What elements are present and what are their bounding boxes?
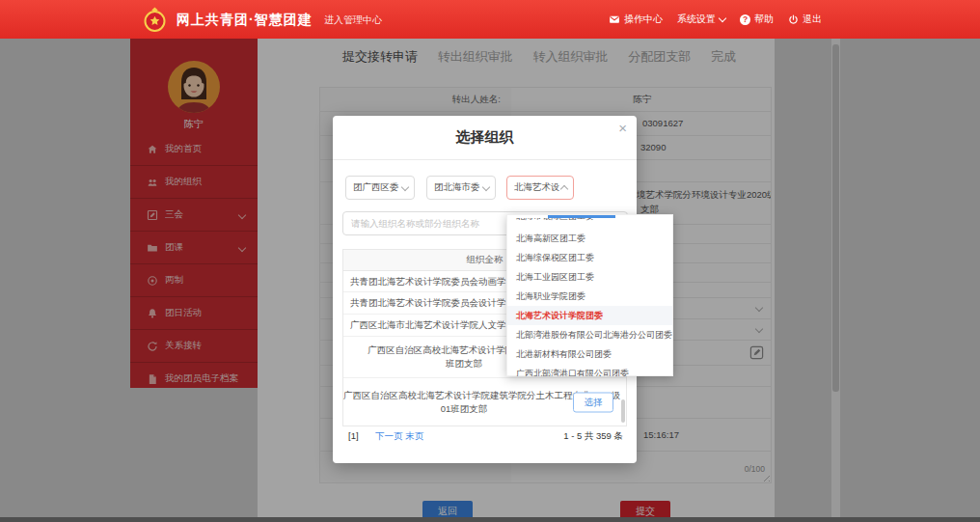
system-settings-label: 系统设置 [677,13,716,26]
org-name-line1: 广西区自治区高校北海艺术设计学院建筑学院分土木工程专业2018级 [343,389,585,402]
chevron-down-icon [401,182,409,190]
org-name: 共青团北海艺术设计学院委员会设计学 [350,297,506,310]
org-name: 广西区自治区高校北海艺术设计学院建筑学院分土木工程专业2018级 01班团支部 [343,389,585,416]
org-level2-value: 团北海市委 [434,181,480,194]
dropdown-item[interactable]: 北部湾港股份有限公司北海港分公司团委 [507,325,672,344]
dropdown-item[interactable]: 北海高新区团工委 [507,229,672,248]
operation-center-label: 操作中心 [624,13,663,26]
chevron-up-icon [560,185,568,193]
last-page-link[interactable]: 末页 [405,430,423,441]
org-level3-value: 北海艺术设计学院团委 [514,181,559,194]
dropdown-item[interactable]: 北港新材料有限公司团委 [507,344,672,364]
clipped-item-top: 北海市银海区团工委 [507,218,672,229]
org-name: 广西区北海市北海艺术设计学院人文学 [350,319,506,332]
chevron-down-icon [482,182,490,190]
org-name-line2: 01班团支部 [343,402,585,416]
org-level1-select[interactable]: 团广西区委 [345,176,415,200]
help-item[interactable]: ? 帮助 [740,13,774,26]
next-page-link[interactable]: 下一页 [375,430,403,441]
question-icon: ? [740,14,750,25]
org-level1-value: 团广西区委 [353,181,399,194]
chevron-down-icon [719,14,726,21]
clipped-item-bottom: 广西北部湾港口有限公司团委 [507,364,672,376]
next-last-page-links[interactable]: 下一页 末页 [375,430,423,443]
select-row-button[interactable]: 选择 [573,392,613,412]
dropdown-item-selected[interactable]: 北海艺术设计学院团委 [507,306,672,325]
divider [333,159,637,160]
dropdown-item[interactable]: 北海工业园区团工委 [507,267,672,287]
screen: 网上共青团·智慧团建 进入管理中心 操作中心 系统设置 ? 帮助 退出 [0,0,980,522]
league-logo-icon [142,7,168,33]
org-level2-select[interactable]: 团北海市委 [426,176,496,200]
dropdown-item[interactable]: 北海职业学院团委 [507,287,672,306]
app-title: 网上共青团·智慧团建 [177,0,313,39]
operation-center-item[interactable]: 操作中心 [609,13,663,26]
dropdown-item[interactable]: 广西北部湾港口有限公司团委 [507,364,672,376]
mail-icon [609,14,620,25]
power-icon [788,14,799,25]
modal-title: 选择组织 [333,128,637,147]
enter-admin-link[interactable]: 进入管理中心 [324,0,382,39]
top-header: 网上共青团·智慧团建 进入管理中心 操作中心 系统设置 ? 帮助 退出 [0,0,980,39]
scrolled-selection-sliver [548,215,615,218]
logout-label: 退出 [803,13,822,26]
org-dropdown-panel: 北海市银海区团工委 北海高新区团工委 北海综保税区团工委 北海工业园区团工委 北… [506,214,673,376]
dropdown-item[interactable]: 北海市银海区团工委 [507,218,672,226]
page-summary: 1 - 5 共 359 条 [563,430,623,443]
logout-item[interactable]: 退出 [788,13,822,26]
dropdown-item[interactable]: 北海综保税区团工委 [507,248,672,267]
table-row: 广西区自治区高校北海艺术设计学院建筑学院分土木工程专业2018级 01班团支部 … [343,378,626,426]
header-menu: 操作中心 系统设置 ? 帮助 退出 [609,0,822,39]
org-level3-select[interactable]: 北海艺术设计学院团委 [506,176,574,200]
help-label: 帮助 [754,13,774,26]
table-scrollbar-thumb[interactable] [621,399,625,423]
system-settings-item[interactable]: 系统设置 [677,13,725,26]
current-page[interactable]: [1] [348,430,359,441]
org-name: 共青团北海艺术设计学院委员会动画学 [350,275,506,288]
